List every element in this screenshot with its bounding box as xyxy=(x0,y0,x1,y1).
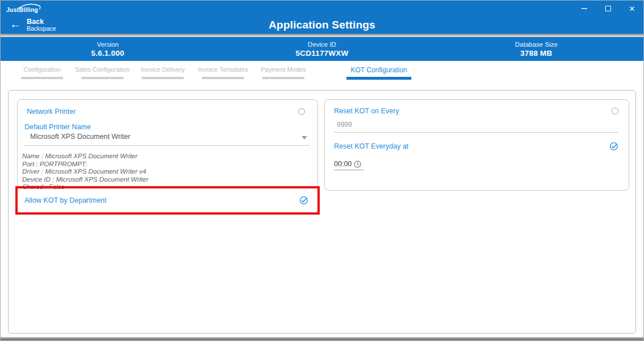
title-bar: JustBilling ✕ xyxy=(1,1,643,17)
reset-kot-everyday-label: Reset KOT Everyday at xyxy=(334,142,408,150)
tab-configuration[interactable]: Configuration xyxy=(12,66,72,79)
allow-kot-label: Allow KOT by Department xyxy=(24,196,106,204)
printer-detail-port: Port : PORTPROMPT: xyxy=(22,161,317,169)
reset-kot-every-label: Reset KOT on Every xyxy=(334,107,399,115)
allow-kot-by-department-row: Allow KOT by Department xyxy=(18,187,317,213)
version-label: Version xyxy=(97,41,118,48)
info-version: Version 5.6.1.000 xyxy=(1,37,215,61)
database-size-label: Database Size xyxy=(515,41,558,48)
maximize-button[interactable] xyxy=(604,4,613,13)
tab-underline xyxy=(81,77,123,79)
printer-detail-device-id: Device ID : Microsoft XPS Document Write… xyxy=(22,176,317,184)
page-title: Application Settings xyxy=(1,19,643,31)
window-bottom-edge xyxy=(1,337,643,340)
default-printer-value: Microsoft XPS Document Writer xyxy=(30,133,309,141)
reset-kot-every-input[interactable]: 9999 xyxy=(334,121,618,133)
minimize-icon xyxy=(581,8,587,9)
network-printer-radio[interactable] xyxy=(298,108,305,115)
info-database-size: Database Size 3788 MB xyxy=(429,37,643,61)
window-controls: ✕ xyxy=(580,4,637,13)
tab-underline-active xyxy=(346,77,411,80)
close-icon: ✕ xyxy=(629,5,635,13)
device-id-label: Device ID xyxy=(308,41,336,48)
default-printer-label: Default Printer Name xyxy=(24,123,309,131)
printer-config-panel: Network Printer Default Printer Name Mic… xyxy=(17,99,318,214)
logo-swoosh-icon xyxy=(18,2,43,10)
nav-bar: Application Settings ← Back Backspace xyxy=(1,17,643,34)
default-printer-dropdown[interactable]: Default Printer Name Microsoft XPS Docum… xyxy=(24,123,309,146)
network-printer-label: Network Printer xyxy=(27,108,76,116)
info-bar: Version 5.6.1.000 Device ID 5CD1177WXW D… xyxy=(1,37,643,61)
allow-kot-check-icon[interactable] xyxy=(299,196,308,205)
version-value: 5.6.1.000 xyxy=(91,49,124,57)
app-logo: JustBilling xyxy=(6,4,38,13)
tab-underline xyxy=(142,77,184,79)
reset-kot-every-radio[interactable] xyxy=(612,108,618,114)
minimize-button[interactable] xyxy=(580,4,589,13)
tab-invoice-templates[interactable]: Invoice Templates xyxy=(193,66,253,79)
maximize-icon xyxy=(605,6,611,11)
info-device-id: Device ID 5CD1177WXW xyxy=(215,37,430,61)
database-size-value: 3788 MB xyxy=(521,49,552,57)
reset-kot-everyday-check-icon[interactable] xyxy=(609,142,618,151)
printer-detail-driver: Driver : Microsoft XPS Document Writer v… xyxy=(22,168,317,176)
close-button[interactable]: ✕ xyxy=(628,4,637,13)
tab-underline xyxy=(262,77,304,79)
device-id-value: 5CD1177WXW xyxy=(296,49,349,57)
tab-kot-configuration[interactable]: KOT Configuration xyxy=(343,66,415,80)
tab-underline xyxy=(202,77,244,79)
tab-underline xyxy=(21,77,63,79)
kot-reset-panel: Reset KOT on Every 9999 Reset KOT Everyd… xyxy=(324,99,629,191)
tab-sales-configuration[interactable]: Sales Configuration xyxy=(72,66,133,79)
clock-icon[interactable] xyxy=(354,161,361,168)
chevron-down-icon xyxy=(302,136,307,139)
tab-bar: Configuration Sales Configuration Invoic… xyxy=(1,61,643,88)
printer-detail-name: Name : Microsoft XPS Document Writer xyxy=(22,153,317,161)
reset-kot-time-input[interactable]: 00:00 xyxy=(334,160,364,170)
reset-kot-time-value: 00:00 xyxy=(334,160,352,168)
printer-details: Name : Microsoft XPS Document Writer Por… xyxy=(22,153,317,191)
tab-payment-modes[interactable]: Payment Modes xyxy=(253,66,313,79)
settings-content-panel: Network Printer Default Printer Name Mic… xyxy=(8,90,636,334)
tab-invoice-delivery[interactable]: Invoice Delivery xyxy=(133,66,193,79)
